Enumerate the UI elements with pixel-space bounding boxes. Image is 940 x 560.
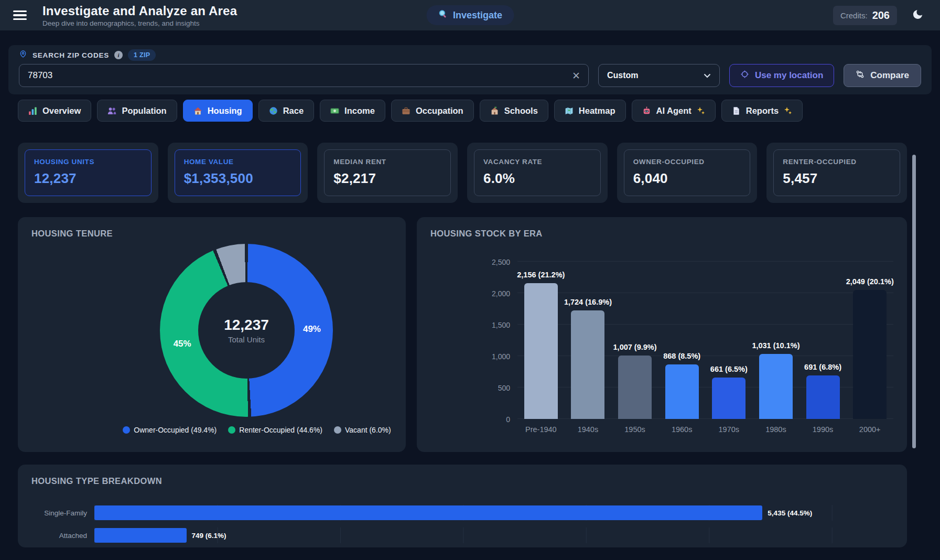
tab-schools[interactable]: Schools — [480, 100, 548, 122]
tab-label: AI Agent — [656, 106, 692, 116]
housing-tenure-card: HOUSING TENURE 12,237 Total Units 49%45%… — [18, 217, 406, 452]
clear-input-icon[interactable]: ✕ — [567, 67, 586, 85]
stat-card-median-rent: MEDIAN RENT$2,217 — [317, 143, 458, 203]
compare-button[interactable]: Compare — [844, 64, 921, 87]
hbar-bar — [94, 528, 187, 543]
bar-column-1990s: 691 (6.8%) — [799, 262, 847, 419]
tab-reports[interactable]: Reports — [721, 100, 803, 122]
tab-population[interactable]: Population — [97, 100, 177, 122]
compare-label: Compare — [870, 70, 909, 81]
charts-row: HOUSING TENURE 12,237 Total Units 49%45%… — [18, 217, 907, 452]
menu-icon[interactable] — [13, 10, 27, 20]
hbar-bar — [94, 505, 762, 520]
bar — [665, 364, 699, 419]
tab-occupation[interactable]: Occupation — [391, 100, 474, 122]
hbar-category-label: Single-Family — [31, 509, 94, 517]
donut-center: 12,237 Total Units — [198, 282, 295, 379]
hbar-row-single-family: Single-Family5,435 (44.5%) — [31, 505, 893, 521]
era-x-axis-labels: Pre-19401940s1950s1960s1970s1980s1990s20… — [517, 425, 893, 434]
stat-value: 6.0% — [483, 170, 591, 187]
scrollbar-thumb[interactable] — [912, 155, 916, 448]
region-mode-select[interactable]: Custom — [598, 64, 720, 87]
bar-value-label: 1,007 (9.9%) — [613, 343, 657, 351]
legend-item-vacant: Vacant (6.0%) — [334, 426, 391, 434]
y-axis-tick: 1,500 — [481, 321, 510, 329]
tab-label: Overview — [42, 106, 81, 116]
main-content: SEARCH ZIP CODES i 1 ZIP ✕ Custom Use my… — [0, 30, 940, 547]
credits-label: Credits: — [840, 11, 868, 20]
x-axis-label-pre-1940: Pre-1940 — [517, 425, 565, 434]
tab-label: Heatmap — [579, 106, 615, 116]
x-axis-label-1990s: 1990s — [799, 425, 847, 434]
bar-column-1940s: 1,724 (16.9%) — [565, 262, 612, 419]
dark-mode-toggle[interactable] — [912, 8, 924, 22]
credits-badge: Credits: 206 — [833, 6, 897, 25]
bar-column-2000-: 2,049 (20.1%) — [846, 262, 893, 419]
use-my-location-button[interactable]: Use my location — [729, 64, 834, 87]
tab-bar: OverviewPopulationHousingRaceIncomeOccup… — [18, 100, 907, 122]
legend-item-renter-occupied: Renter-Occupied (44.6%) — [228, 426, 322, 434]
tab-label: Race — [283, 106, 304, 116]
bar-column-1980s: 1,031 (10.1%) — [752, 262, 799, 419]
search-zip-label: SEARCH ZIP CODES — [33, 51, 109, 59]
tab-label: Income — [344, 106, 375, 116]
zip-input-wrap: ✕ — [19, 64, 589, 87]
tab-race[interactable]: Race — [258, 100, 314, 122]
stat-card-home-value: HOME VALUE$1,353,500 — [168, 143, 308, 203]
app-header: Investigate and Analyze an Area Deep div… — [0, 0, 940, 30]
stat-card-owner-occupied: OWNER-OCCUPIED6,040 — [617, 143, 758, 203]
stat-card-vacancy-rate: VACANCY RATE6.0% — [467, 143, 608, 203]
stat-value: $1,353,500 — [184, 170, 292, 187]
hbar-value-label: 749 (6.1%) — [192, 532, 226, 540]
y-axis-tick: 2,500 — [481, 258, 510, 266]
donut-total-label: Total Units — [228, 335, 265, 344]
x-axis-label-2000-: 2000+ — [846, 425, 893, 434]
housing-type-title: HOUSING TYPE BREAKDOWN — [31, 476, 893, 486]
bar-value-label: 661 (6.5%) — [710, 365, 748, 373]
bar-value-label: 2,049 (20.1%) — [846, 277, 894, 286]
bar — [524, 283, 558, 419]
stat-inner: MEDIAN RENT$2,217 — [324, 149, 451, 196]
bar-chart-icon — [28, 106, 37, 115]
tab-heatmap[interactable]: Heatmap — [554, 100, 626, 122]
stat-label: HOME VALUE — [184, 158, 292, 166]
slice-label-renter-occupied: 45% — [174, 339, 191, 349]
globe-icon — [269, 106, 278, 115]
bar — [618, 356, 652, 419]
stat-inner: HOUSING UNITS12,237 — [25, 149, 152, 196]
hbar-value-label: 5,435 (44.5%) — [768, 509, 812, 517]
tab-income[interactable]: Income — [320, 100, 385, 122]
era-bar-chart: 05001,0001,5002,0002,5002,156 (21.2%)1,7… — [517, 262, 893, 419]
stat-inner: RENTER-OCCUPIED5,457 — [773, 149, 900, 196]
legend-label: Vacant (6.0%) — [345, 426, 391, 434]
legend-label: Owner-Occupied (49.4%) — [134, 426, 217, 434]
hbar-track: 749 (6.1%) — [94, 527, 893, 543]
info-icon[interactable]: i — [114, 51, 123, 59]
stat-value: 12,237 — [34, 170, 142, 187]
x-axis-label-1980s: 1980s — [752, 425, 799, 434]
y-axis-tick: 0 — [481, 415, 510, 424]
stat-inner: OWNER-OCCUPIED6,040 — [624, 149, 751, 196]
x-axis-label-1960s: 1960s — [658, 425, 706, 434]
bar-value-label: 691 (6.8%) — [804, 363, 841, 371]
bar-columns: 2,156 (21.2%)1,724 (16.9%)1,007 (9.9%)86… — [517, 262, 893, 419]
tab-label: Schools — [504, 106, 538, 116]
bar — [759, 354, 793, 419]
map-pin-icon — [19, 50, 27, 60]
investigate-button[interactable]: Investigate — [426, 5, 514, 25]
housing-stock-card: HOUSING STOCK BY ERA 05001,0001,5002,000… — [417, 217, 907, 452]
tab-overview[interactable]: Overview — [18, 100, 91, 122]
bar — [806, 375, 840, 419]
money-icon — [330, 106, 339, 115]
stat-value: 6,040 — [633, 170, 741, 187]
bar-value-label: 2,156 (21.2%) — [517, 271, 565, 279]
tab-ai-agent[interactable]: AI Agent — [632, 100, 716, 122]
zip-search-input[interactable] — [19, 64, 589, 87]
stat-label: OWNER-OCCUPIED — [633, 158, 741, 166]
legend-label: Renter-Occupied (44.6%) — [239, 426, 322, 434]
stat-card-renter-occupied: RENTER-OCCUPIED5,457 — [766, 143, 907, 203]
tab-housing[interactable]: Housing — [183, 100, 253, 122]
document-icon — [732, 106, 741, 115]
slice-label-owner-occupied: 49% — [303, 324, 321, 335]
stat-inner: HOME VALUE$1,353,500 — [175, 149, 301, 196]
